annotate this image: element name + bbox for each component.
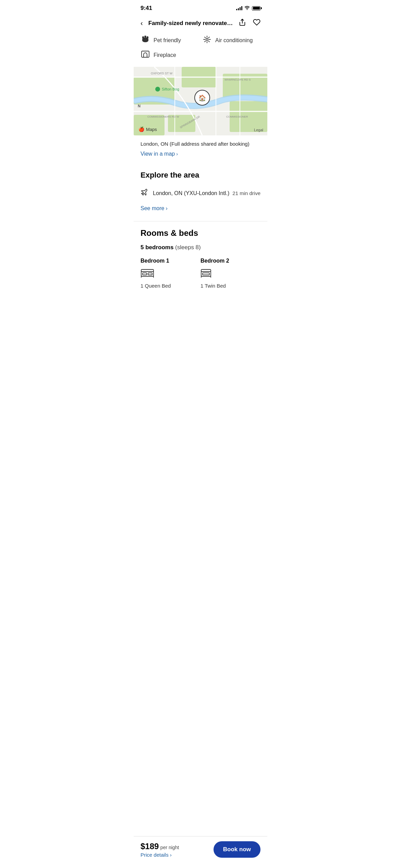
battery-icon xyxy=(252,6,260,11)
amenity-pet-friendly: Pet friendly xyxy=(141,36,199,45)
air-conditioning-icon xyxy=(202,35,212,46)
bedrooms-count: 5 bedrooms (sleeps 8) xyxy=(141,244,260,251)
view-in-map-link[interactable]: View in a map › xyxy=(141,147,260,162)
bedroom-2-name: Bedroom 2 xyxy=(200,258,260,264)
svg-line-10 xyxy=(208,41,209,42)
bedrooms-grid: Bedroom 1 1 Queen Bed Bedroom 2 xyxy=(141,258,260,296)
pet-friendly-label: Pet friendly xyxy=(154,37,181,44)
view-map-label: View in a map xyxy=(141,151,175,157)
status-time: 9:41 xyxy=(141,5,152,12)
air-conditioning-label: Air conditioning xyxy=(215,37,253,44)
bedroom-2-bed-type: 1 Twin Bed xyxy=(200,283,260,289)
explore-area-title: Explore the area xyxy=(141,171,260,180)
map-container[interactable]: OXFORD ST W SPRINGBANK DR COMMISSIONERS … xyxy=(134,67,267,135)
map-legal: Legal xyxy=(254,128,263,132)
address-section: London, ON (Full address shared after bo… xyxy=(134,135,267,164)
amenities-row-2: Fireplace xyxy=(134,48,267,63)
svg-line-12 xyxy=(208,37,209,38)
see-more-chevron-icon: › xyxy=(166,205,167,212)
status-bar: 9:41 xyxy=(134,0,267,14)
svg-text:COMMISSIONERS RD W: COMMISSIONERS RD W xyxy=(147,115,179,118)
svg-rect-38 xyxy=(143,273,147,275)
svg-text:Sifton Bog: Sifton Bog xyxy=(162,87,179,91)
rooms-beds-title: Rooms & beds xyxy=(141,228,260,238)
svg-rect-43 xyxy=(203,273,209,275)
airport-name: London, ON (YXU-London Intl.) xyxy=(153,190,229,196)
chevron-right-icon: › xyxy=(176,151,178,157)
bedroom-1-bed-type: 1 Queen Bed xyxy=(141,283,195,289)
svg-rect-37 xyxy=(141,272,154,276)
svg-rect-39 xyxy=(148,273,152,275)
status-icons xyxy=(236,6,260,11)
pet-friendly-icon xyxy=(141,36,150,45)
svg-point-32 xyxy=(155,87,160,92)
see-more-link[interactable]: See more › xyxy=(141,201,260,218)
svg-text:N: N xyxy=(138,104,141,108)
svg-line-9 xyxy=(205,37,206,38)
svg-line-11 xyxy=(205,41,206,42)
signal-bars-icon xyxy=(236,6,242,10)
bedroom-1-bed-icon xyxy=(141,268,195,280)
airport-distance: 21 min drive xyxy=(232,190,260,196)
fireplace-icon xyxy=(141,50,150,61)
rooms-and-beds-section: Rooms & beds 5 bedrooms (sleeps 8) Bedro… xyxy=(134,221,267,300)
fireplace-label: Fireplace xyxy=(154,52,176,58)
area-item-airport: London, ON (YXU-London Intl.) 21 min dri… xyxy=(141,185,260,201)
svg-text:WHARNCLIIFE RD S: WHARNCLIIFE RD S xyxy=(224,78,251,81)
svg-point-2 xyxy=(144,36,146,38)
bedroom-2-bed-icon xyxy=(200,268,260,280)
svg-rect-13 xyxy=(142,51,149,57)
svg-point-4 xyxy=(206,38,208,40)
page-title: Family-sized newly renovated... xyxy=(148,20,233,27)
svg-text:🏠: 🏠 xyxy=(198,94,206,102)
bedroom-card-1: Bedroom 1 1 Queen Bed xyxy=(141,258,200,296)
maps-label: Maps xyxy=(146,127,157,132)
explore-area-section: Explore the area London, ON (YXU-London … xyxy=(134,164,267,221)
airport-icon xyxy=(141,189,148,198)
amenity-air-conditioning: Air conditioning xyxy=(202,35,260,46)
amenities-row-1: Pet friendly Air conditioning xyxy=(134,33,267,48)
bedroom-1-name: Bedroom 1 xyxy=(141,258,195,264)
wifi-icon xyxy=(244,6,250,11)
svg-text:OXFORD ST W: OXFORD ST W xyxy=(151,72,173,75)
sleeps-label: (sleeps 8) xyxy=(175,244,201,251)
amenity-fireplace: Fireplace xyxy=(141,50,260,61)
see-more-label: See more xyxy=(141,205,164,212)
back-button[interactable]: ‹ xyxy=(139,18,144,28)
address-text: London, ON (Full address shared after bo… xyxy=(141,140,260,147)
svg-text:COMMISSIONER: COMMISSIONER xyxy=(226,115,248,118)
map-logo: 🍎 Maps xyxy=(138,126,157,132)
bedroom-card-2: Bedroom 2 1 Twin Bed xyxy=(200,258,260,296)
apple-logo-icon: 🍎 xyxy=(138,126,144,132)
favorite-button[interactable] xyxy=(252,17,262,29)
share-button[interactable] xyxy=(237,17,247,29)
nav-header: ‹ Family-sized newly renovated... xyxy=(134,14,267,33)
